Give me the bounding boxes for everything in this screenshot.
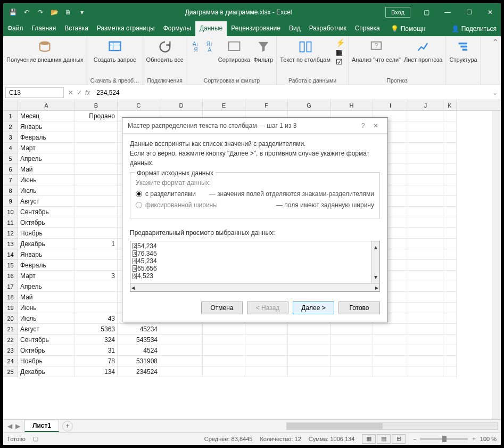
filter-button[interactable]: Фильтр xyxy=(253,38,273,63)
cell[interactable] xyxy=(408,281,443,292)
cell[interactable] xyxy=(75,260,118,271)
row-header[interactable]: 9 xyxy=(3,196,18,207)
cell[interactable]: Сентябрь xyxy=(18,335,75,345)
cell[interactable]: Июнь xyxy=(18,303,75,313)
cancel-button[interactable]: Отмена xyxy=(201,302,243,314)
cell[interactable] xyxy=(288,324,331,335)
cell[interactable] xyxy=(408,228,443,239)
cell[interactable] xyxy=(408,132,443,143)
data-validation-icon[interactable]: ☑ xyxy=(336,58,345,66)
redo-icon[interactable]: ↷ xyxy=(36,8,45,17)
cell[interactable]: Март xyxy=(18,143,75,153)
cell[interactable] xyxy=(75,207,118,217)
vertical-scrollbar[interactable] xyxy=(492,111,501,419)
scroll-right-icon[interactable]: ▸ xyxy=(375,283,378,292)
cell[interactable]: Ноябрь xyxy=(18,228,75,239)
cell[interactable] xyxy=(408,366,443,377)
cell[interactable]: 43 xyxy=(75,313,118,324)
col-header[interactable]: E xyxy=(203,100,245,111)
col-header[interactable]: H xyxy=(331,100,373,111)
cell[interactable] xyxy=(408,164,443,175)
cell[interactable] xyxy=(443,356,457,366)
cell[interactable] xyxy=(443,207,457,217)
column-headers[interactable]: A B C D E F G H I J K xyxy=(3,100,501,111)
cell[interactable] xyxy=(443,143,457,153)
cell[interactable] xyxy=(408,345,443,356)
cell[interactable] xyxy=(75,292,118,303)
formula-input[interactable]: 234,524 xyxy=(93,88,489,97)
col-header[interactable]: F xyxy=(245,100,288,111)
cell[interactable] xyxy=(288,335,331,345)
cell[interactable]: Июль xyxy=(18,313,75,324)
qat-dropdown-icon[interactable]: ▾ xyxy=(78,8,86,17)
cell[interactable] xyxy=(408,356,443,366)
cell[interactable]: Март xyxy=(18,271,75,281)
cell[interactable] xyxy=(203,366,245,377)
cell[interactable] xyxy=(373,324,408,335)
cell[interactable]: 78 xyxy=(75,356,118,366)
cell[interactable] xyxy=(443,153,457,164)
tab-developer[interactable]: Разработчик xyxy=(305,21,351,36)
tab-data[interactable]: Данные xyxy=(195,21,227,36)
row-header[interactable]: 11 xyxy=(3,217,18,228)
row-header[interactable]: 21 xyxy=(3,324,18,335)
table-row[interactable]: 21Август536345234 xyxy=(3,324,501,335)
cell[interactable] xyxy=(160,324,203,335)
add-sheet-button[interactable]: ＋ xyxy=(62,421,73,431)
cell[interactable] xyxy=(408,249,443,260)
row-header[interactable]: 17 xyxy=(3,281,18,292)
cell[interactable] xyxy=(443,228,457,239)
zoom-level[interactable]: 100 % xyxy=(480,436,497,442)
expand-formula-bar-icon[interactable]: ⌄ xyxy=(489,89,501,96)
open-icon[interactable]: 📂 xyxy=(50,8,59,17)
cell[interactable] xyxy=(331,366,373,377)
cell[interactable]: 31 xyxy=(75,345,118,356)
cell[interactable] xyxy=(443,260,457,271)
cell[interactable] xyxy=(443,366,457,377)
cell[interactable] xyxy=(331,335,373,345)
preview-horizontal-scrollbar[interactable]: ◂ ▸ xyxy=(130,283,380,292)
cell[interactable] xyxy=(443,271,457,281)
cell[interactable]: 1 xyxy=(75,239,118,249)
cell[interactable] xyxy=(443,292,457,303)
cell[interactable] xyxy=(443,303,457,313)
row-header[interactable]: 16 xyxy=(3,271,18,281)
cell[interactable] xyxy=(203,324,245,335)
cell[interactable] xyxy=(75,121,118,132)
tell-me[interactable]: 💡Помощн xyxy=(386,21,430,36)
cell[interactable] xyxy=(160,335,203,345)
cell[interactable] xyxy=(75,164,118,175)
accept-formula-icon[interactable]: ✓ xyxy=(77,89,82,96)
cell[interactable] xyxy=(443,335,457,345)
cell[interactable] xyxy=(443,217,457,228)
cell[interactable] xyxy=(408,111,443,121)
table-row[interactable]: 24Ноябрь78531908 xyxy=(3,356,501,366)
cell[interactable]: Декабрь xyxy=(18,366,75,377)
cell[interactable]: Продано xyxy=(75,111,118,121)
cell[interactable] xyxy=(75,217,118,228)
forecast-sheet-button[interactable]: Лист прогноза xyxy=(404,38,442,63)
zoom-in-icon[interactable]: ＋ xyxy=(471,435,477,443)
cell[interactable] xyxy=(75,303,118,313)
get-external-data-button[interactable]: Получение внешних данных xyxy=(6,38,84,63)
cell[interactable] xyxy=(75,281,118,292)
tab-home[interactable]: Главная xyxy=(28,21,61,36)
col-header[interactable]: J xyxy=(408,100,443,111)
cell[interactable] xyxy=(443,196,457,207)
cell[interactable]: Январь xyxy=(18,249,75,260)
table-row[interactable]: 22Сентябрь324543534 xyxy=(3,335,501,345)
tab-help[interactable]: Справка xyxy=(351,21,384,36)
cell[interactable] xyxy=(443,345,457,356)
cell[interactable]: Май xyxy=(18,164,75,175)
radio-delimited[interactable] xyxy=(136,191,142,197)
cell[interactable]: Месяц xyxy=(18,111,75,121)
row-header[interactable]: 10 xyxy=(3,207,18,217)
cell[interactable] xyxy=(75,143,118,153)
cell[interactable] xyxy=(443,239,457,249)
col-header[interactable]: A xyxy=(18,100,75,111)
dialog-help-icon[interactable]: ? xyxy=(357,122,369,129)
cell[interactable] xyxy=(288,345,331,356)
col-header[interactable]: G xyxy=(288,100,331,111)
view-normal-icon[interactable]: ▦ xyxy=(362,434,376,444)
cell[interactable] xyxy=(245,356,288,366)
